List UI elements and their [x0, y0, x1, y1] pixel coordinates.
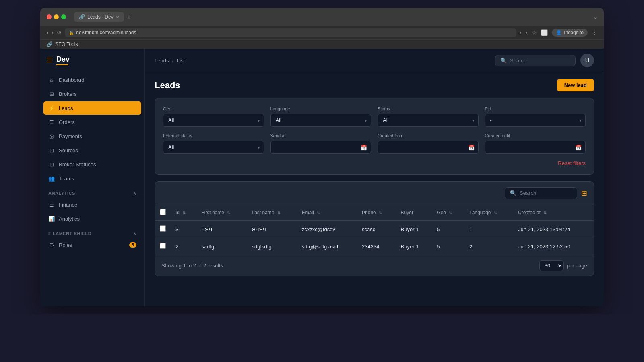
new-lead-button[interactable]: New lead: [557, 79, 594, 91]
sidebar-item-sources[interactable]: ⊡ Sources: [43, 144, 141, 157]
created-until-input[interactable]: [485, 141, 586, 154]
ftd-select[interactable]: -: [485, 114, 586, 127]
breadcrumb-separator: /: [172, 58, 173, 64]
sidebar-item-finance[interactable]: ☰ Finance: [43, 198, 141, 211]
filter-row-1: Geo All ▾ Language: [163, 106, 586, 127]
row-checkbox-0[interactable]: [160, 225, 166, 232]
address-bar: ‹ › ↺ 🔒 dev.mnbtn.com/admin/leads ⟷ ☆ ⬜ …: [40, 26, 604, 39]
table-toolbar: 🔍 ⊞: [155, 182, 594, 205]
url-bar[interactable]: 🔒 dev.mnbtn.com/admin/leads: [65, 28, 516, 37]
cell-buyer-1: Buyer 1: [396, 238, 432, 255]
language-label: Language: [270, 106, 372, 111]
tab-chevron-icon[interactable]: ⌄: [593, 14, 597, 20]
minimize-traffic-light[interactable]: [54, 14, 59, 19]
created-from-input[interactable]: [378, 141, 479, 154]
bookmark-site-label[interactable]: SEO Tools: [55, 41, 78, 47]
analytics-collapse-icon[interactable]: ∧: [133, 191, 136, 196]
ext-status-select[interactable]: All: [163, 141, 264, 154]
created-from-label: Created from: [378, 133, 479, 138]
sort-icon-id: ⇅: [182, 211, 186, 215]
close-traffic-light[interactable]: [47, 14, 52, 19]
sidebar-menu-icon[interactable]: ☰: [47, 56, 52, 64]
per-page-select[interactable]: 30 10 25 50 100: [539, 260, 564, 271]
cell-last-name-1: sdgfsdfg: [247, 238, 297, 255]
sidebar-item-teams[interactable]: 👥 Teams: [43, 172, 141, 185]
filter-actions: Reset filters: [163, 160, 586, 166]
geo-label: Geo: [163, 106, 264, 111]
row-checkbox-1[interactable]: [160, 243, 166, 249]
forward-button[interactable]: ›: [52, 29, 54, 36]
th-first-name[interactable]: First name ⇅: [196, 205, 247, 221]
filament-collapse-icon[interactable]: ∧: [133, 232, 136, 236]
cell-email-1: sdfg@sdfg.asdf: [297, 238, 357, 255]
user-avatar[interactable]: U: [580, 54, 594, 67]
th-created-at[interactable]: Created at ⇅: [513, 205, 594, 221]
cell-id-1: 2: [171, 238, 196, 255]
language-select[interactable]: All: [270, 114, 372, 127]
sidebar-item-payments[interactable]: ◎ Payments: [43, 130, 141, 143]
maximize-traffic-light[interactable]: [61, 14, 66, 19]
sidebar-item-leads[interactable]: ⚡ Leads: [43, 101, 141, 115]
row-checkbox-cell: [155, 221, 171, 238]
ftd-select-wrapper: - ▾: [485, 114, 586, 127]
browser-actions: ⟷ ☆ ⬜ 👤 Incognito ⋮: [520, 29, 597, 37]
cell-phone-1: 234234: [357, 238, 396, 255]
table-search[interactable]: 🔍: [505, 187, 577, 199]
main-content: Leads / List 🔍 U Leads New lead: [145, 49, 604, 306]
sidebar-item-analytics[interactable]: 📊 Analytics: [43, 212, 141, 225]
page-header: Leads New lead: [145, 72, 604, 98]
sidebar-item-orders[interactable]: ☰ Orders: [43, 116, 141, 129]
lock-icon: 🔒: [69, 31, 74, 35]
status-select[interactable]: All: [378, 114, 479, 127]
row-checkbox-cell: [155, 238, 171, 255]
split-view-icon[interactable]: ⬜: [541, 29, 548, 36]
th-language[interactable]: Language ⇅: [464, 205, 513, 221]
send-at-input[interactable]: [270, 141, 372, 154]
column-toggle-icon[interactable]: ⊞: [581, 189, 587, 198]
active-tab[interactable]: 🔗 Leads - Dev ✕: [74, 12, 124, 22]
geo-select[interactable]: All: [163, 114, 264, 127]
th-email[interactable]: Email ⇅: [297, 205, 357, 221]
sidebar-header: ☰ Dev: [40, 55, 144, 73]
th-last-name[interactable]: Last name ⇅: [247, 205, 297, 221]
select-all-checkbox[interactable]: [160, 209, 166, 215]
sidebar-item-label: Dashboard: [59, 77, 85, 83]
cell-first-name-0: ЧЯЧ: [196, 221, 247, 238]
cell-last-name-0: ЯЧЯЧ: [247, 221, 297, 238]
url-text: dev.mnbtn.com/admin/leads: [76, 30, 136, 35]
page-title: Leads: [155, 80, 180, 91]
sidebar-brand: Dev: [56, 55, 70, 64]
table-search-icon: 🔍: [510, 190, 516, 196]
calendar-icon-created-until: 📅: [575, 144, 582, 150]
table-search-input[interactable]: [520, 190, 572, 196]
sidebar-item-brokers[interactable]: ⊞ Brokers: [43, 87, 141, 101]
th-geo[interactable]: Geo ⇅: [432, 205, 464, 221]
sidebar-item-dashboard[interactable]: ⌂ Dashboard: [43, 73, 141, 87]
brand-container: Dev: [56, 55, 70, 65]
tab-close-icon[interactable]: ✕: [116, 15, 119, 19]
sidebar-item-roles[interactable]: 🛡 Roles 5: [43, 238, 141, 252]
analytics-section-label: ANALYTICS ∧: [43, 186, 141, 197]
incognito-button[interactable]: 👤 Incognito: [552, 29, 588, 37]
translate-icon[interactable]: ⟷: [520, 29, 528, 36]
payments-icon: ◎: [48, 133, 55, 139]
table-row: 2 sadfg sdgfsdfg sdfg@sdfg.asdf 234234 B…: [155, 238, 594, 255]
th-phone[interactable]: Phone ⇅: [357, 205, 396, 221]
bookmark-icon[interactable]: ☆: [532, 29, 537, 36]
header-search-input[interactable]: [510, 58, 570, 64]
refresh-button[interactable]: ↺: [57, 29, 62, 36]
brokers-icon: ⊞: [48, 91, 55, 97]
more-options-icon[interactable]: ⋮: [592, 29, 597, 36]
sidebar: ☰ Dev ⌂ Dashboard ⊞ Brokers ⚡ Leads: [40, 49, 145, 306]
sort-icon-last-name: ⇅: [277, 211, 281, 215]
add-tab-button[interactable]: +: [127, 13, 131, 21]
tab-title: Leads - Dev: [87, 14, 114, 20]
leads-icon: ⚡: [48, 105, 55, 111]
th-id[interactable]: Id ⇅: [171, 205, 196, 221]
sidebar-item-broker-statuses[interactable]: ⊡ Broker Statuses: [43, 158, 141, 171]
breadcrumb-root[interactable]: Leads: [155, 58, 169, 64]
back-button[interactable]: ‹: [47, 29, 49, 36]
cell-first-name-1: sadfg: [196, 238, 247, 255]
reset-filters-button[interactable]: Reset filters: [558, 160, 586, 166]
header-search[interactable]: 🔍: [495, 55, 576, 66]
